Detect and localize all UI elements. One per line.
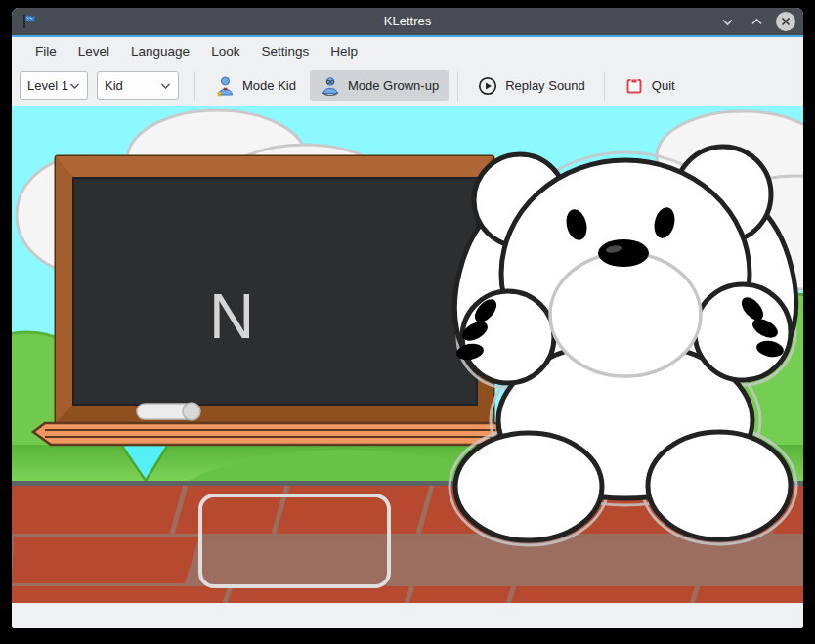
- mode-grownup-label: Mode Grown-up: [348, 78, 439, 93]
- menubar: File Level Language Look Settings Help: [12, 37, 803, 65]
- theme-select[interactable]: Kid: [97, 71, 179, 100]
- close-x-icon: [781, 17, 791, 26]
- menu-help[interactable]: Help: [320, 37, 368, 65]
- scene-graphic: N: [12, 106, 803, 603]
- level-select-value: Level 1: [27, 78, 68, 93]
- toolbar: Level 1 Kid Mode Kid: [12, 65, 803, 106]
- window-title: KLettres: [12, 8, 803, 35]
- letter-input[interactable]: [198, 494, 391, 588]
- chevron-down-icon: [160, 82, 171, 90]
- menu-language[interactable]: Language: [120, 37, 200, 65]
- kid-icon: [214, 75, 236, 97]
- toolbar-separator: [604, 71, 605, 101]
- replay-sound-button[interactable]: Replay Sound: [467, 70, 595, 101]
- chevron-down-icon: [69, 82, 80, 90]
- toolbar-separator: [194, 71, 195, 101]
- board-letter: N: [209, 281, 254, 352]
- titlebar: KLettres: [12, 8, 803, 35]
- grownup-icon: [320, 75, 341, 97]
- chalk-ledge: [33, 423, 497, 445]
- menu-level[interactable]: Level: [67, 37, 120, 65]
- mode-kid-button[interactable]: Mode Kid: [204, 70, 306, 101]
- blackboard: N: [33, 156, 497, 445]
- level-select[interactable]: Level 1: [20, 71, 88, 100]
- mode-grownup-button[interactable]: Mode Grown-up: [310, 70, 449, 101]
- theme-select-value: Kid: [105, 78, 123, 93]
- mode-kid-label: Mode Kid: [242, 78, 296, 93]
- toolbar-separator: [457, 71, 458, 101]
- close-button[interactable]: [776, 12, 795, 31]
- chevron-up-icon: [751, 18, 763, 26]
- window-controls: [717, 8, 795, 35]
- bear-nose: [598, 239, 649, 267]
- maximize-button[interactable]: [747, 12, 766, 31]
- bear-foot-left: [455, 433, 602, 540]
- menu-look[interactable]: Look: [200, 37, 250, 65]
- replay-sound-label: Replay Sound: [505, 78, 585, 93]
- menu-file[interactable]: File: [24, 37, 67, 65]
- bear-foot-right: [648, 432, 791, 539]
- menu-settings[interactable]: Settings: [250, 37, 320, 65]
- klettres-window: KLettres File Level Language Look Settin…: [12, 8, 803, 628]
- bear-muzzle: [550, 253, 701, 376]
- quit-button[interactable]: Quit: [614, 70, 685, 101]
- play-circle-icon: [477, 75, 498, 97]
- teddy-bear: [440, 147, 803, 545]
- quit-icon: [623, 75, 645, 97]
- playground-scene: N: [12, 106, 803, 603]
- chalk: [137, 403, 200, 420]
- minimize-button[interactable]: [717, 12, 737, 31]
- quit-label: Quit: [652, 78, 675, 93]
- statusbar: American English (Level 1): [12, 603, 803, 628]
- chevron-down-icon: [721, 18, 734, 26]
